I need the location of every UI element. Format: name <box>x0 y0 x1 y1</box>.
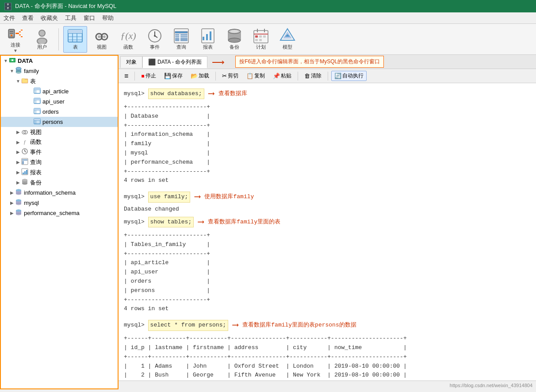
caret-functions: ▶ <box>15 140 21 145</box>
backup-icon <box>226 28 242 44</box>
sidebar-item-perf-schema[interactable]: ▶ performance_schema <box>1 208 118 218</box>
cmd-sep2 <box>215 72 216 81</box>
schedule-icon <box>253 28 269 44</box>
svg-rect-52 <box>255 35 258 38</box>
load-label: 加载 <box>199 72 209 80</box>
caret-views: ▶ <box>15 130 21 135</box>
cmd-cut-btn[interactable]: ✂ 剪切 <box>219 71 241 81</box>
annotation-select-persons: 查看数据库family里面的表persons的数据 <box>242 321 356 330</box>
toolbar-table[interactable]: 表 <box>63 26 87 53</box>
svg-rect-81 <box>34 108 40 110</box>
user-label: 用户 <box>37 44 47 50</box>
status-url: https://blog.csdn.net/weixin_43914804 <box>450 383 532 388</box>
svg-point-104 <box>16 193 21 195</box>
svg-point-65 <box>16 71 21 73</box>
toolbar-backup[interactable]: 备份 <box>222 26 246 53</box>
toolbar-user[interactable]: 用户 <box>30 26 54 53</box>
svg-rect-85 <box>34 119 40 120</box>
svg-rect-68 <box>22 78 25 80</box>
cmd-show-tables: show tables; <box>148 217 194 228</box>
svg-rect-69 <box>22 80 27 83</box>
sidebar-item-api-user[interactable]: api_user <box>1 96 118 107</box>
console-area[interactable]: mysql> show databases; ⟶ 查看数据库 +--------… <box>119 83 536 380</box>
svg-point-24 <box>103 35 106 38</box>
sidebar-item-orders[interactable]: orders <box>1 107 118 117</box>
model-icon <box>279 28 295 44</box>
event-label: 事件 <box>150 44 160 50</box>
views-icon <box>21 128 28 136</box>
api-article-label: api_article <box>42 88 69 95</box>
annotation-box: 按F6进入命令行编辑界面，相当于MySQL的黑色命令行窗口 <box>235 56 384 68</box>
tab-cmd[interactable]: ⬛ DATA - 命令列界面 <box>142 56 207 68</box>
stop-icon: ■ <box>141 73 144 79</box>
sidebar-item-reports[interactable]: ▶ 报表 <box>1 167 118 177</box>
report-icon <box>200 28 216 44</box>
sidebar-item-api-article[interactable]: api_article <box>1 86 118 96</box>
sidebar-item-tables-folder[interactable]: ▼ 表 <box>1 76 118 86</box>
sidebar-item-mysql[interactable]: ▶ mysql <box>1 198 118 208</box>
menu-favorites[interactable]: 收藏夹 <box>41 14 58 22</box>
cmd-stop-btn[interactable]: ■ 停止 <box>138 71 159 81</box>
toolbar-model[interactable]: 模型 <box>276 26 299 53</box>
arrow-2: ⟶ <box>195 190 200 204</box>
cmd-sep4 <box>328 72 328 81</box>
tab-object[interactable]: 对象 <box>120 56 142 68</box>
cmd-load-btn[interactable]: 📂 加载 <box>188 71 212 81</box>
annotation-arrow: ⟶ <box>212 57 225 67</box>
cmd-select-persons: select * from persons; <box>148 320 229 331</box>
svg-point-109 <box>16 200 21 202</box>
toolbar-connect[interactable]: 连接 ▼ <box>4 26 27 53</box>
svg-point-66 <box>16 67 21 70</box>
svg-rect-2 <box>10 31 13 32</box>
svg-point-108 <box>16 203 21 205</box>
toolbar-function[interactable]: ƒ(x) 函数 <box>116 26 140 53</box>
table-row-icon2 <box>34 97 41 106</box>
cmd-copy-btn[interactable]: 📋 复制 <box>243 71 268 81</box>
output-tables: +-----------------------+ | Tables_in_fa… <box>124 231 531 314</box>
view-icon <box>94 28 110 44</box>
svg-line-90 <box>25 151 26 152</box>
menu-help[interactable]: 帮助 <box>102 14 114 22</box>
menu-view[interactable]: 查看 <box>22 14 34 22</box>
cmd-paste-btn[interactable]: 📌 粘贴 <box>270 71 295 81</box>
sidebar-item-data[interactable]: ▼ DATA <box>1 56 118 66</box>
toolbar-schedule[interactable]: 计划 <box>249 26 273 53</box>
sidebar-item-queries[interactable]: ▶ 查询 <box>1 157 118 167</box>
sidebar-item-views[interactable]: ▶ 视图 <box>1 127 118 137</box>
sidebar-item-persons[interactable]: persons <box>1 117 118 127</box>
sidebar-item-functions[interactable]: ▶ ƒ 函数 <box>1 137 118 147</box>
toolbar-query[interactable]: 查询 <box>169 26 193 53</box>
cmd-row-1: mysql> show databases; ⟶ 查看数据库 <box>124 87 531 101</box>
cmd-menu-btn[interactable]: ≡ <box>121 71 131 81</box>
tab-cmd-label: DATA - 命令列界面 <box>157 58 202 66</box>
cmd-save-btn[interactable]: 💾 保存 <box>161 71 186 81</box>
toolbar-event[interactable]: 事件 <box>143 26 167 53</box>
cmd-row-2: mysql> use family; ⟶ 使用数据库family <box>124 190 531 204</box>
paste-label: 粘贴 <box>281 72 291 80</box>
table-icon <box>67 28 83 44</box>
query-label: 查询 <box>176 44 186 50</box>
cmd-clear-btn[interactable]: 🗑 清除 <box>301 71 325 81</box>
save-icon: 💾 <box>164 73 171 79</box>
toolbar-view[interactable]: 视图 <box>90 26 114 53</box>
sidebar-item-backup[interactable]: ▶ 备份 <box>1 177 118 188</box>
sidebar-item-info-schema[interactable]: ▶ information_schema <box>1 188 118 198</box>
menu-window[interactable]: 窗口 <box>84 14 95 22</box>
svg-point-43 <box>228 38 241 42</box>
svg-rect-56 <box>259 39 262 41</box>
mysql-label: mysql <box>24 200 39 206</box>
caret-queries: ▶ <box>15 160 21 165</box>
arrow-1: ⟶ <box>209 87 214 101</box>
annotation-show-databases: 查看数据库 <box>218 89 247 99</box>
sidebar-item-family[interactable]: ▼ family <box>1 66 118 76</box>
toolbar-report[interactable]: 报表 <box>196 26 220 53</box>
svg-point-100 <box>22 183 27 185</box>
content-area: 对象 ⬛ DATA - 命令列界面 ⟶ 按F6进入命令行编辑界面，相当于MySQ… <box>119 55 536 389</box>
menu-file[interactable]: 文件 <box>4 14 15 22</box>
sidebar-item-events[interactable]: ▶ 事件 <box>1 147 118 157</box>
cmd-auto-run-btn[interactable]: 🔄 自动执行 <box>331 71 367 81</box>
svg-point-62 <box>11 59 13 61</box>
table-row-icon4 <box>34 118 41 126</box>
menu-tools[interactable]: 工具 <box>65 14 77 22</box>
data-label: DATA <box>18 58 33 64</box>
